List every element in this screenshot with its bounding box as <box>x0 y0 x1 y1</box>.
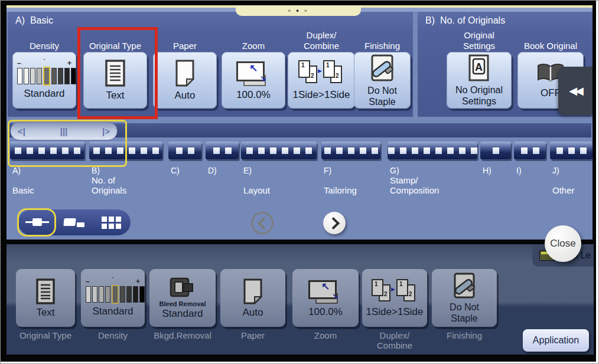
density-icon: –˙+ <box>86 280 140 303</box>
finishing-button[interactable]: Do NotStaple <box>354 52 411 109</box>
duplex-combine-button[interactable]: 2 1 ▶ 2 1 1Side>1Side <box>288 52 355 109</box>
selection-outline-view-mode <box>17 208 56 237</box>
original-settings-icon: A <box>468 54 490 81</box>
document-text-icon <box>35 278 56 304</box>
caption-duplex-combine: Duplex/Combine <box>362 330 427 350</box>
segment-f-tailoring[interactable] <box>321 142 380 159</box>
bottom-zoom-button[interactable]: ↖ ↘ 100.0% <box>292 269 359 327</box>
paper-button[interactable]: Auto <box>153 52 217 109</box>
view-mode-machine-button[interactable] <box>56 209 93 235</box>
drag-handle-glyphs: « ● » <box>288 8 308 14</box>
segment-name-tailoring: Tailoring <box>324 185 357 195</box>
duplex-pages-icon: 2 1 ▶ 2 1 <box>298 60 344 86</box>
segment-letter: G) <box>390 166 399 175</box>
chevron-right-icon <box>327 217 339 229</box>
stapler-icon <box>368 54 396 82</box>
segment-letter: I) <box>516 166 522 175</box>
caption-bkgd-removal: Bkgd.Removal <box>149 330 216 340</box>
density-button[interactable]: –˙+ Standard <box>12 52 76 109</box>
caption-paper: Paper <box>220 330 285 340</box>
bleed-removal-icon <box>170 277 196 299</box>
caption-original-type: Original Type <box>16 330 75 340</box>
segment-c[interactable] <box>168 142 201 159</box>
segment-name-layout: Layout <box>243 185 270 195</box>
settings-overlay-panel: A) Basic B) No. of Originals Density Ori… <box>6 8 593 240</box>
bottom-duplex-combine-button[interactable]: 2 1 ▶ 2 1 1Side>1Side <box>362 269 427 327</box>
bottom-finishing-button[interactable]: Do NotStaple <box>432 269 497 327</box>
paper-label: Paper <box>153 29 217 51</box>
background-settings-bar: (Top Le Text –˙+ Standard Bleed Removal … <box>6 244 594 355</box>
segment-letter: A) <box>12 166 21 175</box>
grid-view-icon <box>102 217 121 229</box>
segment-h[interactable] <box>480 142 511 159</box>
original-settings-button[interactable]: A No OriginalSettings <box>447 52 512 109</box>
segment-letter: B) <box>92 166 100 175</box>
density-icon: –˙+ <box>17 61 71 85</box>
close-button[interactable]: Close <box>545 225 581 262</box>
svg-text:A: A <box>475 61 483 73</box>
group-b-header: B) No. of Originals <box>418 12 593 26</box>
zoom-icon: ↖ ↘ <box>236 60 271 86</box>
segment-letter: C) <box>171 166 180 175</box>
chevron-left-icon <box>257 217 269 229</box>
application-button[interactable]: Application <box>523 329 589 352</box>
page-next-button[interactable] <box>323 212 346 234</box>
selection-outline-current-groups <box>8 120 127 167</box>
zoom-button[interactable]: ↖ ↘ 100.0% <box>222 52 285 109</box>
segment-name-basic: Basic <box>12 185 34 195</box>
segment-name-stamp-composition: Stamp/Composition <box>390 175 439 195</box>
book-original-label: Book Original <box>517 29 584 51</box>
caption-zoom: Zoom <box>292 330 359 340</box>
copier-settings-screen: « ● » A) Basic B) No. of Originals Densi… <box>0 0 599 364</box>
machine-view-icon <box>64 217 85 228</box>
duplex-combine-label: Duplex/Combine <box>288 29 355 51</box>
segment-letter: D) <box>208 166 217 175</box>
zoom-label: Zoom <box>222 29 285 51</box>
segment-letter: J) <box>552 166 559 175</box>
segment-i[interactable] <box>514 142 546 159</box>
paper-icon <box>175 60 195 87</box>
drag-handle-tab[interactable]: « ● » <box>236 5 361 16</box>
segment-name-no-of-originals: No. ofOriginals <box>92 175 126 195</box>
bottom-original-type-button[interactable]: Text <box>16 269 75 327</box>
segment-letter: E) <box>243 166 252 175</box>
segment-name-other: Other <box>552 185 575 195</box>
bottom-paper-button[interactable]: Auto <box>220 269 285 327</box>
original-settings-label: OriginalSettings <box>447 29 512 51</box>
segment-j-other[interactable] <box>550 142 593 159</box>
stapler-icon <box>451 272 478 299</box>
segment-e-layout[interactable] <box>241 142 317 159</box>
segment-letter: H) <box>483 166 491 175</box>
bottom-bkgd-removal-button[interactable]: Bleed Removal Standard <box>149 269 216 327</box>
density-label: Density <box>12 29 76 51</box>
page-previous-button[interactable] <box>251 212 274 234</box>
finishing-label: Finishing <box>354 29 411 51</box>
collapse-panel-tab[interactable]: ◀◀ <box>558 67 593 115</box>
highlight-box-original-type <box>77 27 158 119</box>
paper-icon <box>243 278 263 304</box>
bottom-density-button[interactable]: –˙+ Standard <box>81 269 145 327</box>
zoom-icon: ↖ ↘ <box>308 279 343 304</box>
segment-letter: F) <box>324 166 331 175</box>
segment-d[interactable] <box>206 142 239 159</box>
double-left-arrow-icon: ◀◀ <box>569 84 582 97</box>
segment-g-stamp[interactable] <box>388 142 477 159</box>
caption-density: Density <box>81 330 145 340</box>
duplex-pages-icon: 2 1 ▶ 2 1 <box>372 279 418 304</box>
caption-finishing: Finishing <box>432 330 497 340</box>
view-mode-grid-button[interactable] <box>93 209 130 235</box>
